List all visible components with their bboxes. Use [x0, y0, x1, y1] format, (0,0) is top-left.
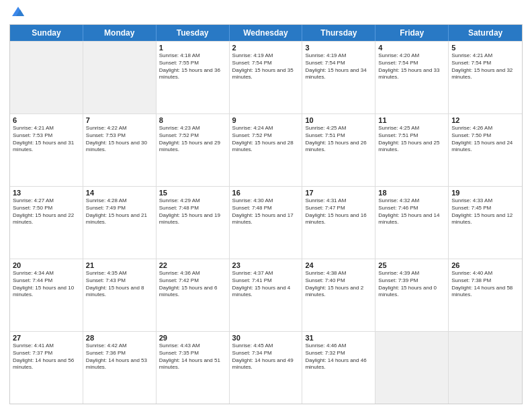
calendar-cell: 3Sunrise: 4:19 AMSunset: 7:54 PMDaylight… [302, 42, 375, 113]
calendar-cell: 6Sunrise: 4:21 AMSunset: 7:53 PMDaylight… [10, 114, 83, 186]
calendar-cell: 31Sunrise: 4:46 AMSunset: 7:32 PMDayligh… [302, 332, 375, 404]
calendar-cell: 18Sunrise: 4:32 AMSunset: 7:46 PMDayligh… [375, 187, 449, 259]
day-number: 8 [159, 116, 226, 124]
calendar-cell: 16Sunrise: 4:30 AMSunset: 7:48 PMDayligh… [230, 187, 303, 259]
cell-info: Sunrise: 4:46 AMSunset: 7:32 PMDaylight:… [305, 342, 372, 371]
calendar-cell: 9Sunrise: 4:24 AMSunset: 7:52 PMDaylight… [230, 114, 303, 186]
day-number: 11 [378, 116, 445, 124]
day-number: 19 [451, 189, 519, 197]
cell-info: Sunrise: 4:31 AMSunset: 7:47 PMDaylight:… [305, 197, 372, 226]
cell-info: Sunrise: 4:35 AMSunset: 7:43 PMDaylight:… [86, 270, 153, 299]
cell-info: Sunrise: 4:37 AMSunset: 7:41 PMDaylight:… [232, 270, 300, 299]
day-number: 18 [378, 189, 445, 197]
calendar-cell: 14Sunrise: 4:28 AMSunset: 7:49 PMDayligh… [83, 187, 157, 259]
calendar-week-1: 1Sunrise: 4:18 AMSunset: 7:55 PMDaylight… [10, 41, 522, 113]
day-number: 29 [159, 334, 226, 342]
day-number: 21 [86, 261, 153, 269]
calendar-cell [83, 42, 157, 113]
calendar-cell: 26Sunrise: 4:40 AMSunset: 7:38 PMDayligh… [449, 259, 522, 331]
calendar-header: SundayMondayTuesdayWednesdayThursdayFrid… [10, 25, 522, 41]
calendar-cell: 11Sunrise: 4:25 AMSunset: 7:51 PMDayligh… [375, 114, 449, 186]
day-number: 6 [13, 116, 80, 124]
day-number: 23 [232, 261, 300, 269]
cell-info: Sunrise: 4:21 AMSunset: 7:53 PMDaylight:… [13, 125, 80, 154]
day-number: 7 [86, 116, 153, 124]
calendar-cell: 25Sunrise: 4:39 AMSunset: 7:39 PMDayligh… [375, 259, 449, 331]
calendar-cell: 1Sunrise: 4:18 AMSunset: 7:55 PMDaylight… [157, 42, 230, 113]
calendar-cell: 15Sunrise: 4:29 AMSunset: 7:48 PMDayligh… [157, 187, 230, 259]
day-number: 16 [232, 189, 300, 197]
day-number: 22 [159, 261, 226, 269]
day-number: 28 [86, 334, 153, 342]
day-number: 26 [451, 261, 519, 269]
calendar-week-4: 20Sunrise: 4:34 AMSunset: 7:44 PMDayligh… [10, 259, 522, 331]
calendar-cell: 7Sunrise: 4:22 AMSunset: 7:53 PMDaylight… [83, 114, 157, 186]
cell-info: Sunrise: 4:36 AMSunset: 7:42 PMDaylight:… [159, 270, 226, 299]
cell-info: Sunrise: 4:22 AMSunset: 7:53 PMDaylight:… [86, 125, 153, 154]
header [9, 7, 523, 19]
day-number: 5 [451, 44, 519, 52]
calendar-week-5: 27Sunrise: 4:41 AMSunset: 7:37 PMDayligh… [10, 331, 522, 404]
cell-info: Sunrise: 4:26 AMSunset: 7:50 PMDaylight:… [451, 125, 519, 154]
calendar-cell: 30Sunrise: 4:45 AMSunset: 7:34 PMDayligh… [230, 332, 303, 404]
cell-info: Sunrise: 4:32 AMSunset: 7:46 PMDaylight:… [378, 197, 445, 226]
calendar-cell: 19Sunrise: 4:33 AMSunset: 7:45 PMDayligh… [449, 187, 522, 259]
day-number: 10 [305, 116, 372, 124]
header-day-tuesday: Tuesday [157, 25, 230, 41]
calendar-body: 1Sunrise: 4:18 AMSunset: 7:55 PMDaylight… [10, 41, 522, 404]
calendar-cell: 29Sunrise: 4:43 AMSunset: 7:35 PMDayligh… [157, 332, 230, 404]
calendar-cell: 17Sunrise: 4:31 AMSunset: 7:47 PMDayligh… [302, 187, 375, 259]
day-number: 17 [305, 189, 372, 197]
cell-info: Sunrise: 4:30 AMSunset: 7:48 PMDaylight:… [232, 197, 300, 226]
calendar-cell: 12Sunrise: 4:26 AMSunset: 7:50 PMDayligh… [449, 114, 522, 186]
day-number: 30 [232, 334, 300, 342]
calendar-week-2: 6Sunrise: 4:21 AMSunset: 7:53 PMDaylight… [10, 113, 522, 186]
calendar-cell: 10Sunrise: 4:25 AMSunset: 7:51 PMDayligh… [302, 114, 375, 186]
cell-info: Sunrise: 4:25 AMSunset: 7:51 PMDaylight:… [305, 125, 372, 154]
calendar-cell: 24Sunrise: 4:38 AMSunset: 7:40 PMDayligh… [302, 259, 375, 331]
day-number: 9 [232, 116, 300, 124]
calendar-cell: 13Sunrise: 4:27 AMSunset: 7:50 PMDayligh… [10, 187, 83, 259]
day-number: 4 [378, 44, 445, 52]
cell-info: Sunrise: 4:19 AMSunset: 7:54 PMDaylight:… [232, 52, 300, 81]
calendar-cell [375, 332, 449, 404]
cell-info: Sunrise: 4:42 AMSunset: 7:36 PMDaylight:… [86, 342, 153, 371]
cell-info: Sunrise: 4:40 AMSunset: 7:38 PMDaylight:… [451, 270, 519, 299]
cell-info: Sunrise: 4:43 AMSunset: 7:35 PMDaylight:… [159, 342, 226, 371]
calendar-cell: 23Sunrise: 4:37 AMSunset: 7:41 PMDayligh… [230, 259, 303, 331]
header-day-sunday: Sunday [10, 25, 83, 41]
header-day-friday: Friday [375, 25, 449, 41]
header-day-monday: Monday [83, 25, 157, 41]
calendar: SundayMondayTuesdayWednesdayThursdayFrid… [9, 24, 523, 404]
calendar-cell: 8Sunrise: 4:23 AMSunset: 7:52 PMDaylight… [157, 114, 230, 186]
day-number: 1 [159, 44, 226, 52]
calendar-cell: 4Sunrise: 4:20 AMSunset: 7:54 PMDaylight… [375, 42, 449, 113]
cell-info: Sunrise: 4:23 AMSunset: 7:52 PMDaylight:… [159, 125, 226, 154]
calendar-cell: 5Sunrise: 4:21 AMSunset: 7:54 PMDaylight… [449, 42, 522, 113]
day-number: 24 [305, 261, 372, 269]
cell-info: Sunrise: 4:28 AMSunset: 7:49 PMDaylight:… [86, 197, 153, 226]
day-number: 15 [159, 189, 226, 197]
cell-info: Sunrise: 4:21 AMSunset: 7:54 PMDaylight:… [451, 52, 519, 81]
cell-info: Sunrise: 4:41 AMSunset: 7:37 PMDaylight:… [13, 342, 80, 371]
calendar-week-3: 13Sunrise: 4:27 AMSunset: 7:50 PMDayligh… [10, 186, 522, 259]
cell-info: Sunrise: 4:45 AMSunset: 7:34 PMDaylight:… [232, 342, 300, 371]
calendar-cell: 28Sunrise: 4:42 AMSunset: 7:36 PMDayligh… [83, 332, 157, 404]
calendar-cell [10, 42, 83, 113]
cell-info: Sunrise: 4:38 AMSunset: 7:40 PMDaylight:… [305, 270, 372, 299]
calendar-cell: 21Sunrise: 4:35 AMSunset: 7:43 PMDayligh… [83, 259, 157, 331]
header-day-saturday: Saturday [449, 25, 522, 41]
logo-icon [11, 4, 26, 19]
header-day-wednesday: Wednesday [230, 25, 303, 41]
cell-info: Sunrise: 4:29 AMSunset: 7:48 PMDaylight:… [159, 197, 226, 226]
calendar-cell: 2Sunrise: 4:19 AMSunset: 7:54 PMDaylight… [230, 42, 303, 113]
day-number: 13 [13, 189, 80, 197]
page: SundayMondayTuesdayWednesdayThursdayFrid… [0, 0, 532, 411]
calendar-cell: 22Sunrise: 4:36 AMSunset: 7:42 PMDayligh… [157, 259, 230, 331]
cell-info: Sunrise: 4:18 AMSunset: 7:55 PMDaylight:… [159, 52, 226, 81]
cell-info: Sunrise: 4:20 AMSunset: 7:54 PMDaylight:… [378, 52, 445, 81]
cell-info: Sunrise: 4:24 AMSunset: 7:52 PMDaylight:… [232, 125, 300, 154]
day-number: 12 [451, 116, 519, 124]
cell-info: Sunrise: 4:25 AMSunset: 7:51 PMDaylight:… [378, 125, 445, 154]
header-day-thursday: Thursday [302, 25, 375, 41]
